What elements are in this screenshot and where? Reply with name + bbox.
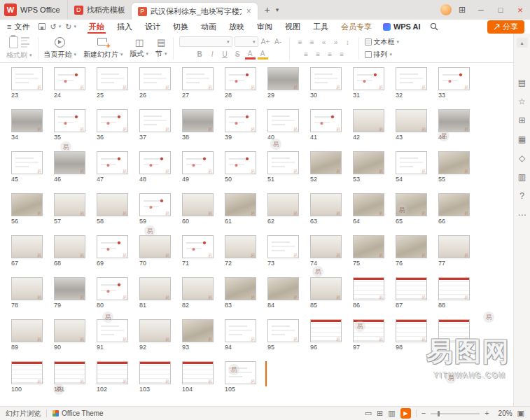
slide-cell[interactable]: 84: [262, 277, 305, 319]
ribbon-tab-6[interactable]: 放映: [223, 20, 251, 34]
slide-cell[interactable]: 51: [262, 151, 305, 193]
slide-cell[interactable]: 39: [219, 109, 262, 151]
ribbon-tab-4[interactable]: 切换: [167, 20, 195, 34]
slide-cell[interactable]: 81: [134, 277, 176, 319]
zoom-level[interactable]: 20%: [494, 410, 512, 417]
fit-window-icon[interactable]: ▣: [517, 410, 524, 417]
slide-cell[interactable]: 62: [262, 193, 305, 235]
slide-cell[interactable]: 102: [91, 361, 134, 403]
slide-cell[interactable]: 27: [176, 67, 219, 109]
slide-cell[interactable]: 90: [48, 319, 91, 361]
slide-cell[interactable]: 78: [6, 277, 48, 319]
slide-sorter-view-icon[interactable]: ⊞: [377, 410, 383, 417]
slide-cell[interactable]: 82: [176, 277, 219, 319]
paste-icon[interactable]: [9, 36, 18, 48]
slide-cell[interactable]: 32: [390, 67, 433, 109]
slide-cell[interactable]: 24: [48, 67, 91, 109]
slide-cell[interactable]: 34: [6, 109, 48, 151]
tab-close-icon[interactable]: ×: [246, 6, 251, 16]
minimize-button[interactable]: ─: [471, 0, 491, 20]
font-family-select[interactable]: ▾: [179, 36, 232, 47]
section-icon[interactable]: ▤: [157, 38, 165, 47]
apps-grid-icon[interactable]: ⊞: [459, 5, 466, 15]
ribbon-tab-5[interactable]: 动画: [195, 20, 223, 34]
ribbon-tab-2[interactable]: 插入: [111, 20, 139, 34]
slide-cell[interactable]: 45: [6, 151, 48, 193]
format-painter-button[interactable]: 格式刷▾: [6, 50, 32, 60]
more-tools-icon[interactable]: ⋯: [518, 211, 526, 219]
slide-cell[interactable]: 25: [91, 67, 134, 109]
help-icon[interactable]: ?: [519, 192, 524, 200]
slide-layout-icon[interactable]: ◫: [135, 38, 144, 47]
slide-cell[interactable]: 58: [91, 193, 134, 235]
indent-increase-icon[interactable]: »: [331, 37, 341, 47]
slide-cell[interactable]: 37: [134, 109, 176, 151]
slide-cell[interactable]: 103: [134, 361, 176, 403]
slide-cell[interactable]: 50: [219, 151, 262, 193]
tab-document[interactable]: P 武汉保利徐东_地块写字楼方案 ×: [132, 3, 258, 20]
shape-assets-icon[interactable]: ◇: [519, 154, 525, 162]
slide-cell[interactable]: 35: [48, 109, 91, 151]
zoom-slider[interactable]: [431, 413, 480, 414]
slide-cell[interactable]: 33: [433, 67, 475, 109]
material-library-icon[interactable]: ⊞: [518, 116, 525, 125]
slide-cell[interactable]: 79: [48, 277, 91, 319]
notes-pane-icon[interactable]: ▥: [518, 173, 526, 181]
ribbon-tab-10[interactable]: 会员专享: [335, 20, 378, 34]
slide-cell[interactable]: 74: [305, 235, 347, 277]
increase-font-size-button[interactable]: A+: [260, 36, 271, 47]
slide-cell[interactable]: 83: [219, 277, 262, 319]
close-button[interactable]: ×: [510, 0, 530, 20]
slide-cell[interactable]: 57: [48, 193, 91, 235]
zoom-in-icon[interactable]: +: [484, 410, 489, 417]
slide-cell[interactable]: 48: [134, 151, 176, 193]
slide-cell[interactable]: 93: [176, 319, 219, 361]
slide-cell[interactable]: 42: [347, 109, 390, 151]
ribbon-tab-8[interactable]: 视图: [279, 20, 307, 34]
slide-cell[interactable]: 28: [219, 67, 262, 109]
new-slide-button[interactable]: 新建幻灯片▾: [83, 50, 123, 59]
slideshow-button[interactable]: ▶: [400, 408, 411, 419]
undo-icon[interactable]: ↺: [49, 22, 57, 31]
slide-cell[interactable]: 56: [6, 193, 48, 235]
task-pane-icon[interactable]: ▤: [518, 78, 526, 87]
slide-cell[interactable]: 94: [219, 319, 262, 361]
slide-cell[interactable]: 86: [347, 277, 390, 319]
slide-cell[interactable]: 61: [219, 193, 262, 235]
font-color-button[interactable]: A: [245, 50, 256, 59]
slide-cell[interactable]: 64: [347, 193, 390, 235]
slide-cell[interactable]: 68: [48, 235, 91, 277]
slide-cell[interactable]: 75: [347, 235, 390, 277]
numbered-list-icon[interactable]: ≡: [307, 37, 317, 47]
strikethrough-button[interactable]: S: [232, 49, 243, 59]
slide-cell[interactable]: 101: [48, 361, 91, 403]
slide-cell[interactable]: 31: [347, 67, 390, 109]
cut-icon[interactable]: [21, 37, 29, 41]
play-from-current-icon[interactable]: [55, 37, 65, 48]
bullet-list-icon[interactable]: ≡: [295, 37, 305, 47]
slide-cell[interactable]: 87: [390, 277, 433, 319]
slide-layout-button[interactable]: 版式▾: [130, 49, 149, 59]
slide-cell[interactable]: 59: [134, 193, 176, 235]
slide-cell[interactable]: 46: [48, 151, 91, 193]
slide-cell[interactable]: 91: [91, 319, 134, 361]
slide-cell[interactable]: 38: [176, 109, 219, 151]
slide-cell[interactable]: 47: [91, 151, 134, 193]
slide-cell[interactable]: 63: [305, 193, 347, 235]
file-menu-button[interactable]: ≡ 文件: [0, 20, 36, 34]
wps-ai-button[interactable]: WPS AI: [378, 22, 426, 31]
slide-cell[interactable]: 40: [262, 109, 305, 151]
slide-cell[interactable]: 76: [390, 235, 433, 277]
slide-cell[interactable]: 52: [305, 151, 347, 193]
textbox-button[interactable]: 文本框▾: [365, 37, 400, 47]
slide-cell[interactable]: 89: [6, 319, 48, 361]
slide-cell[interactable]: 23: [6, 67, 48, 109]
reading-view-icon[interactable]: ▥: [388, 410, 395, 417]
bold-button[interactable]: B: [195, 49, 205, 59]
align-justify-icon[interactable]: ≡: [337, 49, 347, 59]
slide-cell[interactable]: 77: [433, 235, 475, 277]
slide-cell[interactable]: 36: [91, 109, 134, 151]
slide-cell[interactable]: 95: [262, 319, 305, 361]
slide-cell[interactable]: 100: [6, 361, 48, 403]
redo-dropdown-icon[interactable]: ▾: [74, 24, 76, 29]
